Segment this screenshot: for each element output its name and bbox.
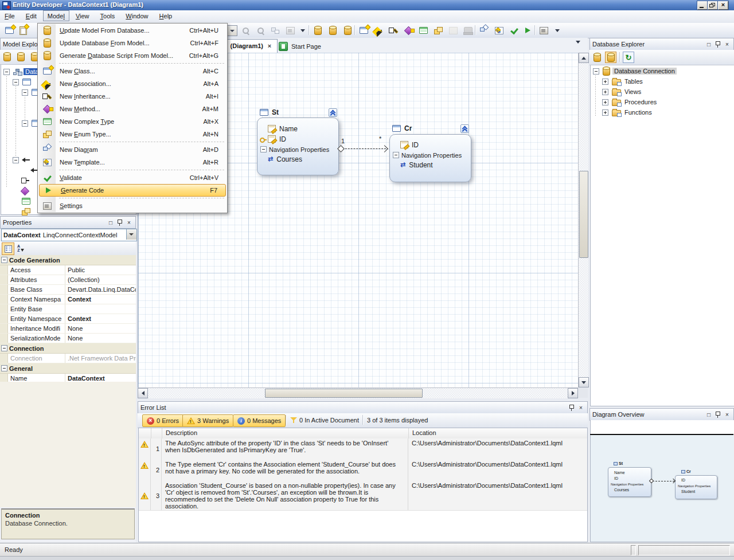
menuitem-new-diagram[interactable]: New Diagram Alt+D bbox=[38, 143, 227, 156]
collapse-box-icon[interactable] bbox=[22, 120, 28, 127]
tab-list-dropdown[interactable] bbox=[576, 44, 580, 50]
tree-node-functions[interactable]: Functions bbox=[602, 108, 652, 117]
new-method-button[interactable] bbox=[403, 25, 414, 36]
layout-button[interactable] bbox=[270, 25, 281, 36]
collapse-box-icon[interactable] bbox=[22, 89, 28, 96]
horizontal-scroll-thumb[interactable] bbox=[265, 389, 423, 398]
close-panel-button[interactable]: × bbox=[723, 411, 731, 418]
entity-cr-prop-id[interactable]: ID bbox=[400, 140, 419, 149]
vertical-scroll-thumb[interactable] bbox=[579, 171, 588, 258]
prop-row-access[interactable]: AccessPublic bbox=[0, 265, 136, 275]
new-model-button[interactable] bbox=[3, 25, 15, 36]
icon-column-header[interactable] bbox=[139, 428, 151, 438]
collapse-box-icon[interactable] bbox=[3, 69, 10, 75]
prop-row-inheritance-modifier[interactable]: Inheritance ModifiNone bbox=[0, 324, 136, 334]
menuitem-generate-code[interactable]: Generate Code F7 bbox=[39, 184, 226, 197]
expand-box-icon[interactable] bbox=[602, 89, 608, 95]
refresh-button[interactable]: ↻ bbox=[623, 52, 634, 63]
menuitem-new-template[interactable]: New Template... Alt+R bbox=[38, 156, 227, 169]
zoom-in-button[interactable] bbox=[240, 25, 251, 36]
filter-funnel-icon[interactable] bbox=[290, 417, 297, 424]
scroll-down-button[interactable] bbox=[579, 377, 589, 387]
tree-node-procedures[interactable]: Procedures bbox=[602, 97, 657, 107]
categorize-button[interactable] bbox=[2, 242, 14, 255]
open-model-button[interactable] bbox=[17, 25, 29, 36]
entity-cr-body[interactable]: ID Navigation Properties ⇄ Student bbox=[389, 134, 471, 182]
maximize-panel-button[interactable]: □ bbox=[107, 219, 115, 226]
menuitem-update-database-from-model[interactable]: Update Database From Model... Ctrl+Alt+F bbox=[38, 37, 227, 49]
tree-node-methods[interactable] bbox=[22, 186, 28, 195]
update-model-from-db-button[interactable] bbox=[312, 25, 323, 36]
collapse-box-icon[interactable] bbox=[393, 152, 399, 158]
warnings-filter-button[interactable]: 3 Warnings bbox=[182, 414, 233, 427]
prop-row-context-namespace[interactable]: Context NamespaContext bbox=[0, 295, 136, 304]
tree-node-classes[interactable] bbox=[13, 77, 31, 87]
expand-box-icon[interactable] bbox=[602, 79, 608, 85]
collapse-box-icon[interactable] bbox=[1, 365, 7, 371]
tree-node-complex-types[interactable] bbox=[22, 197, 30, 206]
category-connection[interactable]: Connection bbox=[0, 343, 136, 354]
category-general[interactable]: General bbox=[0, 363, 136, 374]
disabled-tool-button[interactable] bbox=[447, 25, 459, 36]
category-code-generation[interactable]: Code Generation bbox=[0, 255, 136, 265]
error-row-2[interactable]: 2 The Type element 'Cr' contains the Ass… bbox=[139, 460, 587, 481]
pin-panel-button[interactable] bbox=[714, 41, 722, 48]
messages-filter-button[interactable]: 0 Messages bbox=[233, 414, 286, 427]
new-class-button[interactable] bbox=[358, 25, 369, 36]
collapse-box-icon[interactable] bbox=[13, 157, 19, 163]
close-panel-button[interactable]: × bbox=[125, 219, 133, 226]
close-panel-button[interactable]: × bbox=[577, 404, 585, 412]
new-association-button[interactable] bbox=[373, 25, 384, 36]
scroll-left-button[interactable] bbox=[138, 388, 148, 398]
entity-st-body[interactable]: Name ID Navigation Properties ⇄ Courses bbox=[257, 118, 339, 175]
print-button[interactable] bbox=[284, 25, 296, 36]
menuitem-validate[interactable]: Validate Ctrl+Alt+V bbox=[38, 171, 227, 184]
menuitem-new-class[interactable]: New Class... Alt+C bbox=[38, 65, 227, 77]
update-db-from-model-button[interactable] bbox=[327, 25, 338, 36]
collapse-box-icon[interactable] bbox=[260, 146, 267, 152]
active-document-filter-label[interactable]: 0 In Active Document bbox=[299, 417, 359, 424]
scroll-right-button[interactable] bbox=[568, 388, 578, 398]
entity-cr-collapse-button[interactable] bbox=[460, 124, 469, 133]
entity-st-prop-id[interactable]: ID bbox=[260, 135, 286, 143]
new-template-button[interactable] bbox=[493, 25, 505, 36]
zoom-out-button[interactable] bbox=[255, 25, 266, 36]
expand-box-icon[interactable] bbox=[602, 99, 608, 105]
combo-dropdown-button[interactable] bbox=[126, 229, 136, 240]
tree-node-views[interactable]: Views bbox=[602, 87, 641, 96]
errors-filter-button[interactable]: 0 Errors bbox=[142, 414, 184, 427]
validate-button[interactable] bbox=[508, 25, 520, 36]
toolbar-overflow-button[interactable] bbox=[297, 25, 309, 36]
scroll-up-button[interactable] bbox=[579, 53, 589, 63]
prop-row-base-class[interactable]: Base ClassDevart.Data.Linq.DataCo bbox=[0, 285, 136, 295]
entity-cr-nav-section[interactable]: Navigation Properties bbox=[393, 151, 462, 159]
tab-start-page[interactable]: Start Page bbox=[279, 40, 321, 53]
menu-edit[interactable]: Edit bbox=[21, 10, 41, 21]
collapse-box-icon[interactable] bbox=[1, 345, 7, 351]
association-line[interactable] bbox=[342, 148, 386, 149]
prop-row-serialization-mode[interactable]: SerializationModeNone bbox=[0, 334, 136, 343]
menuitem-new-complex-type[interactable]: New Complex Type Alt+X bbox=[38, 115, 227, 128]
canvas-vertical-scrollbar[interactable] bbox=[578, 53, 588, 387]
entity-st-collapse-button[interactable] bbox=[329, 108, 337, 117]
menuitem-new-method[interactable]: New Method... Alt+M bbox=[38, 103, 227, 115]
location-column-header[interactable]: Location bbox=[409, 428, 587, 438]
collapse-box-icon[interactable] bbox=[1, 257, 7, 263]
menu-model[interactable]: Model bbox=[43, 10, 69, 21]
new-complex-type-button[interactable] bbox=[417, 25, 429, 36]
tree-node-inheritances[interactable] bbox=[22, 176, 30, 185]
menuitem-new-enum-type[interactable]: New Enum Type... Alt+N bbox=[38, 128, 227, 140]
new-diagram-button[interactable] bbox=[478, 25, 490, 36]
alphabetical-sort-button[interactable]: AZ bbox=[15, 242, 26, 254]
tab-close-icon[interactable]: × bbox=[266, 42, 274, 50]
menu-file[interactable]: File bbox=[0, 10, 19, 21]
overview-map[interactable]: St Name ID Navigation Properties Courses… bbox=[590, 435, 734, 542]
properties-object-combo[interactable]: DataContext LinqConnectContextModel bbox=[1, 229, 137, 241]
menuitem-update-model-from-database[interactable]: Update Model From Database... Ctrl+Alt+U bbox=[38, 24, 227, 37]
tree-node-associations[interactable] bbox=[13, 155, 30, 165]
pin-panel-button[interactable] bbox=[568, 404, 576, 412]
show-connection-button[interactable] bbox=[605, 52, 616, 63]
mx-update-db-button[interactable] bbox=[15, 51, 26, 62]
menu-window[interactable]: Window bbox=[121, 10, 153, 21]
close-button[interactable]: × bbox=[718, 1, 728, 10]
